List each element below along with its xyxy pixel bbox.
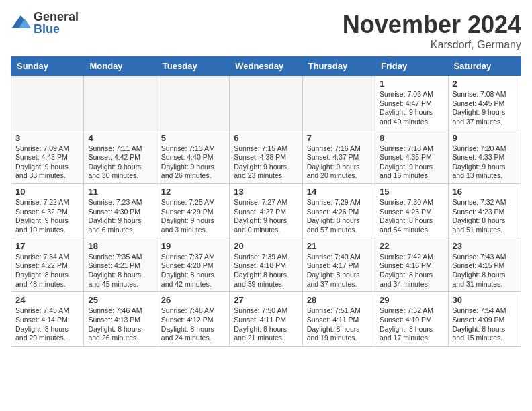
day-info: Sunset: 4:13 PM <box>88 316 152 325</box>
day-info: Sunrise: 7:27 AM <box>234 198 298 208</box>
day-info: Sunrise: 7:51 AM <box>307 306 371 316</box>
day-info: Sunrise: 7:29 AM <box>307 198 371 208</box>
day-info: Daylight: 8 hours <box>380 325 443 334</box>
calendar-cell: 20Sunrise: 7:39 AMSunset: 4:18 PMDayligh… <box>230 238 302 292</box>
calendar-week-row: 10Sunrise: 7:22 AMSunset: 4:32 PMDayligh… <box>11 184 521 238</box>
day-info: Daylight: 8 hours <box>161 271 225 280</box>
day-info: Sunrise: 7:34 AM <box>15 253 79 262</box>
calendar-cell: 19Sunrise: 7:37 AMSunset: 4:20 PMDayligh… <box>157 238 229 292</box>
day-info: Daylight: 8 hours <box>161 325 225 334</box>
day-info: Daylight: 8 hours <box>234 325 298 334</box>
day-number: 7 <box>307 133 371 143</box>
col-header-thursday: Thursday <box>302 57 375 76</box>
day-info: Daylight: 8 hours <box>234 271 298 280</box>
day-number: 26 <box>161 295 225 305</box>
day-info: Sunset: 4:09 PM <box>453 316 517 325</box>
calendar-cell: 13Sunrise: 7:27 AMSunset: 4:27 PMDayligh… <box>230 184 302 238</box>
day-info: Sunrise: 7:42 AM <box>380 253 443 262</box>
location: Karsdorf, Germany <box>343 39 521 51</box>
col-header-monday: Monday <box>84 57 157 76</box>
day-info: Sunset: 4:45 PM <box>453 99 517 109</box>
day-info: and 0 minutes. <box>234 226 298 235</box>
day-info: and 19 minutes. <box>307 334 371 343</box>
day-info: and 23 minutes. <box>234 171 298 181</box>
day-info: and 48 minutes. <box>15 280 79 289</box>
day-info: Sunrise: 7:13 AM <box>161 144 225 154</box>
logo: General Blue <box>11 11 79 35</box>
col-header-wednesday: Wednesday <box>230 57 302 76</box>
calendar-cell <box>84 76 157 130</box>
calendar-cell <box>157 76 229 130</box>
day-number: 6 <box>234 133 298 143</box>
day-info: Sunrise: 7:15 AM <box>234 144 298 154</box>
title-block: November 2024 Karsdorf, Germany <box>343 11 521 51</box>
day-info: Sunset: 4:32 PM <box>15 208 79 217</box>
day-info: Sunset: 4:15 PM <box>453 261 517 271</box>
day-info: Daylight: 8 hours <box>88 325 152 334</box>
calendar-cell: 16Sunrise: 7:32 AMSunset: 4:23 PMDayligh… <box>448 184 521 238</box>
day-info: and 40 minutes. <box>380 118 443 127</box>
day-info: Sunrise: 7:43 AM <box>453 253 517 262</box>
day-info: Sunrise: 7:45 AM <box>15 306 79 316</box>
calendar-cell: 27Sunrise: 7:50 AMSunset: 4:11 PMDayligh… <box>230 292 302 347</box>
day-number: 4 <box>88 133 152 143</box>
day-info: Daylight: 9 hours <box>234 216 298 226</box>
calendar-cell <box>302 76 375 130</box>
day-info: Sunset: 4:12 PM <box>161 316 225 325</box>
day-info: Sunrise: 7:39 AM <box>234 253 298 262</box>
day-info: and 3 minutes. <box>161 226 225 235</box>
day-info: Sunset: 4:17 PM <box>307 261 371 271</box>
day-info: Daylight: 9 hours <box>88 216 152 226</box>
day-info: Daylight: 8 hours <box>15 325 79 334</box>
day-info: Sunrise: 7:30 AM <box>380 198 443 208</box>
day-info: and 24 minutes. <box>161 334 225 343</box>
day-info: Sunset: 4:42 PM <box>88 153 152 163</box>
day-number: 16 <box>453 187 517 197</box>
day-info: Sunrise: 7:25 AM <box>161 198 225 208</box>
day-info: and 42 minutes. <box>161 280 225 289</box>
day-info: Daylight: 9 hours <box>234 163 298 172</box>
day-info: Sunrise: 7:37 AM <box>161 253 225 262</box>
day-info: Daylight: 9 hours <box>307 163 371 172</box>
calendar-cell: 1Sunrise: 7:06 AMSunset: 4:47 PMDaylight… <box>375 76 448 130</box>
day-info: Sunset: 4:11 PM <box>307 316 371 325</box>
day-info: Sunset: 4:27 PM <box>234 208 298 217</box>
day-info: Sunset: 4:38 PM <box>234 153 298 163</box>
calendar-cell: 22Sunrise: 7:42 AMSunset: 4:16 PMDayligh… <box>375 238 448 292</box>
day-number: 19 <box>161 241 225 251</box>
day-number: 11 <box>88 187 152 197</box>
day-number: 30 <box>453 295 517 305</box>
day-info: Sunrise: 7:22 AM <box>15 198 79 208</box>
day-info: and 6 minutes. <box>88 226 152 235</box>
day-info: Daylight: 9 hours <box>380 108 443 118</box>
calendar-cell: 14Sunrise: 7:29 AMSunset: 4:26 PMDayligh… <box>302 184 375 238</box>
logo-blue: Blue <box>34 23 79 35</box>
calendar-table: SundayMondayTuesdayWednesdayThursdayFrid… <box>11 56 521 347</box>
calendar-week-row: 3Sunrise: 7:09 AMSunset: 4:43 PMDaylight… <box>11 130 521 184</box>
day-info: Sunrise: 7:08 AM <box>453 90 517 99</box>
day-info: Daylight: 8 hours <box>453 271 517 280</box>
day-info: Sunrise: 7:52 AM <box>380 306 443 316</box>
day-info: Sunrise: 7:23 AM <box>88 198 152 208</box>
day-info: Daylight: 8 hours <box>307 325 371 334</box>
day-number: 17 <box>15 241 79 251</box>
day-info: and 37 minutes. <box>453 118 517 127</box>
day-info: Sunrise: 7:11 AM <box>88 144 152 154</box>
calendar-cell: 28Sunrise: 7:51 AMSunset: 4:11 PMDayligh… <box>302 292 375 347</box>
day-info: Daylight: 9 hours <box>453 108 517 118</box>
day-info: and 21 minutes. <box>234 334 298 343</box>
day-info: and 51 minutes. <box>453 226 517 235</box>
day-info: Sunset: 4:18 PM <box>234 261 298 271</box>
calendar-header-row: SundayMondayTuesdayWednesdayThursdayFrid… <box>11 57 521 76</box>
calendar-body: 1Sunrise: 7:06 AMSunset: 4:47 PMDaylight… <box>11 76 521 347</box>
day-info: Daylight: 8 hours <box>453 325 517 334</box>
calendar-cell: 26Sunrise: 7:48 AMSunset: 4:12 PMDayligh… <box>157 292 229 347</box>
day-info: Daylight: 8 hours <box>453 216 517 226</box>
calendar-week-row: 1Sunrise: 7:06 AMSunset: 4:47 PMDaylight… <box>11 76 521 130</box>
day-info: Sunrise: 7:35 AM <box>88 253 152 262</box>
day-number: 20 <box>234 241 298 251</box>
calendar-cell: 23Sunrise: 7:43 AMSunset: 4:15 PMDayligh… <box>448 238 521 292</box>
calendar-cell: 30Sunrise: 7:54 AMSunset: 4:09 PMDayligh… <box>448 292 521 347</box>
day-info: Sunrise: 7:50 AM <box>234 306 298 316</box>
day-info: Sunset: 4:30 PM <box>88 208 152 217</box>
